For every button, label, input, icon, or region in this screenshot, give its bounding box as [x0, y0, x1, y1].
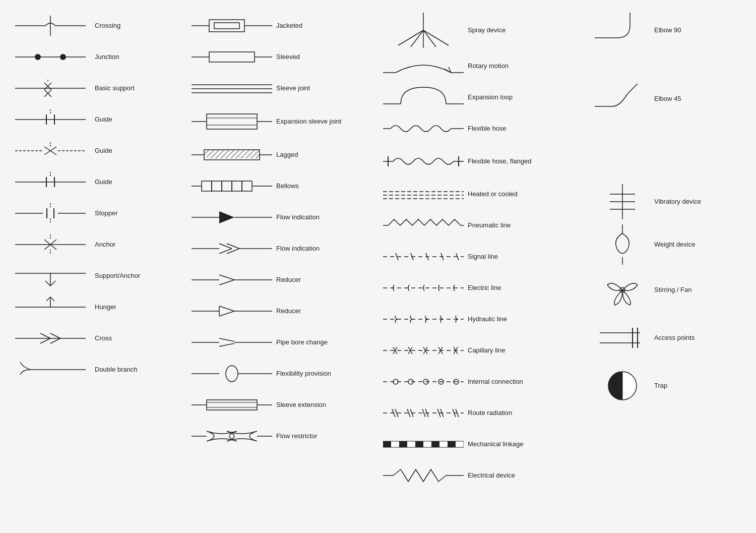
- svg-rect-84: [222, 181, 232, 191]
- symbol-capillary-line: [383, 340, 464, 361]
- row-internal-connection: Internal connection: [383, 366, 595, 397]
- symbol-crossing: [10, 16, 91, 36]
- label-reducer2: Reducer: [272, 307, 383, 316]
- row-jacketed: Jacketed: [192, 10, 383, 41]
- row-flow-restrictor: Flow restrictor: [192, 421, 383, 452]
- symbol-sleeve-extension: [192, 392, 272, 418]
- label-expansion-loop: Expansion loop: [464, 93, 595, 102]
- svg-line-45: [40, 333, 50, 338]
- label-flow-indication2: Flow indication: [272, 245, 383, 253]
- label-pipe-bore-change: Pipe bore change: [272, 338, 383, 347]
- svg-line-67: [204, 150, 209, 155]
- symbol-spray-device: [383, 13, 464, 48]
- svg-line-98: [219, 275, 234, 280]
- svg-marker-89: [219, 211, 234, 223]
- symbol-rotary-motion: [383, 55, 464, 78]
- symbol-flexible-hose-flanged: [383, 151, 464, 171]
- symbol-cross: [10, 328, 91, 348]
- svg-line-71: [221, 150, 229, 158]
- label-anchor: Anchor: [91, 241, 192, 249]
- svg-rect-86: [242, 181, 252, 191]
- svg-line-92: [219, 244, 232, 249]
- row-stirring-fan: Stirring / Fan: [595, 267, 756, 313]
- svg-rect-186: [448, 441, 456, 447]
- svg-rect-85: [232, 181, 242, 191]
- svg-line-125: [423, 30, 449, 45]
- label-basic-support: Basic support: [91, 84, 192, 93]
- svg-line-99: [219, 280, 234, 285]
- symbol-elbow-90: [595, 13, 650, 48]
- svg-point-5: [60, 54, 66, 60]
- symbol-hunger: [10, 294, 91, 320]
- svg-point-111: [226, 366, 238, 382]
- row-sleeve-joint: Sleeve joint: [192, 73, 383, 104]
- label-electrical-device: Electrical device: [464, 471, 595, 480]
- symbol-reducer1: [192, 270, 272, 290]
- column-4: Elbow 90 Elbow 45: [595, 10, 756, 491]
- row-spray-device: Spray device: [383, 10, 595, 50]
- label-hunger: Hunger: [91, 303, 192, 312]
- svg-rect-182: [383, 441, 391, 447]
- svg-line-76: [246, 150, 255, 158]
- row-elbow-45: Elbow 45: [595, 82, 756, 116]
- svg-line-75: [241, 150, 249, 158]
- row-electrical-device: Electrical device: [383, 460, 595, 491]
- label-trap: Trap: [650, 382, 756, 390]
- svg-line-175: [422, 409, 425, 417]
- row-bellows: Bellows: [192, 170, 383, 202]
- label-support-anchor: Support/Anchor: [91, 272, 192, 280]
- label-double-branch: Double branch: [91, 366, 192, 374]
- symbol-reducer2: [192, 301, 272, 321]
- svg-line-38: [45, 281, 50, 286]
- svg-rect-185: [431, 441, 439, 447]
- label-jacketed: Jacketed: [272, 22, 383, 30]
- svg-line-103: [219, 311, 234, 316]
- svg-line-74: [236, 150, 244, 158]
- row-vibratory-device: Vibratory device: [595, 182, 756, 222]
- label-guide1: Guide: [91, 115, 192, 124]
- row-spacer1: [595, 50, 756, 82]
- svg-rect-183: [399, 441, 407, 447]
- symbol-pipe-bore-change: [192, 332, 272, 352]
- symbol-weight-device: [595, 224, 650, 265]
- symbol-basic-support: [10, 76, 91, 101]
- row-route-radiation: Route radiation: [383, 397, 595, 429]
- label-flow-restrictor: Flow restrictor: [272, 432, 383, 441]
- label-guide3: Guide: [91, 178, 192, 187]
- row-anchor: Anchor: [10, 229, 192, 260]
- label-elbow-90: Elbow 90: [650, 26, 756, 35]
- label-reducer1: Reducer: [272, 276, 383, 284]
- row-heated-cooled: Heated or cooled: [383, 179, 595, 210]
- svg-line-42: [46, 297, 50, 301]
- svg-line-43: [50, 297, 54, 301]
- svg-line-39: [50, 281, 55, 286]
- row-guide1: Guide: [10, 104, 192, 135]
- row-capillary-line: Capillary line: [383, 335, 595, 366]
- row-support-anchor: Support/Anchor: [10, 260, 192, 291]
- symbol-route-radiation: [383, 403, 464, 423]
- svg-line-48: [50, 338, 60, 343]
- row-mechanical-linkage: Mechanical linkage: [383, 429, 595, 460]
- label-crossing: Crossing: [91, 22, 192, 30]
- svg-rect-184: [415, 441, 423, 447]
- row-signal-line: Signal line: [383, 241, 595, 272]
- svg-line-108: [219, 343, 234, 346]
- row-flexibility-provision: Flexibility provision: [192, 358, 383, 389]
- symbol-expansion-loop: [383, 85, 464, 110]
- label-spray-device: Spray device: [464, 26, 595, 35]
- symbol-hydraulic-line: [383, 309, 464, 329]
- row-reducer1: Reducer: [192, 264, 383, 295]
- row-pneumatic-line: Pneumatic line: [383, 210, 595, 241]
- row-flexible-hose-flanged: Flexible hose, flanged: [383, 144, 595, 179]
- row-crossing: Crossing: [10, 10, 192, 41]
- row-expansion-sleeve-joint: Expansion sleeve joint: [192, 104, 383, 139]
- symbol-stopper: [10, 203, 91, 223]
- label-route-radiation: Route radiation: [464, 409, 595, 418]
- symbol-heated-cooled: [383, 184, 464, 204]
- row-sleeve-extension: Sleeve extension: [192, 389, 383, 421]
- label-sleeve-extension: Sleeve extension: [272, 401, 383, 409]
- label-stirring-fan: Stirring / Fan: [650, 286, 756, 294]
- label-flexible-hose-flanged: Flexible hose, flanged: [464, 157, 595, 166]
- svg-line-192: [627, 84, 638, 94]
- row-reducer2: Reducer: [192, 295, 383, 327]
